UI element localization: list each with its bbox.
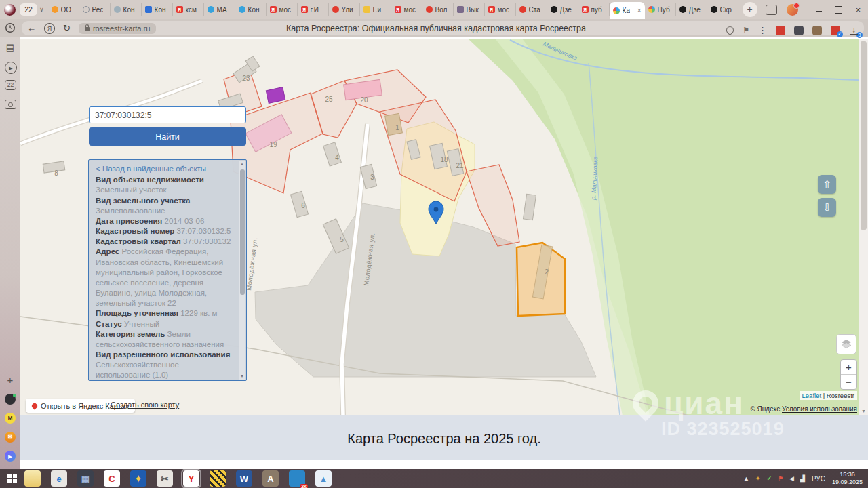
map-building: [385, 113, 403, 135]
browser-tab[interactable]: Кон: [235, 3, 267, 16]
browser-tab[interactable]: МА: [204, 3, 235, 16]
yandex-home-icon[interactable]: Я: [44, 23, 55, 34]
browser-tab[interactable]: Дзе: [547, 3, 578, 16]
browser-tab[interactable]: Ули: [329, 3, 360, 16]
browser-logo-icon[interactable]: [4, 4, 16, 16]
tray-color-icon[interactable]: ✦: [755, 476, 761, 482]
bookmark-flag-icon[interactable]: ⚑: [743, 26, 749, 35]
back-icon[interactable]: ←: [27, 24, 36, 33]
browser-tab[interactable]: Ямос: [391, 3, 422, 16]
tray-network-icon[interactable]: ▟: [800, 476, 805, 482]
photos-app[interactable]: ▲: [315, 470, 332, 487]
refresh-icon[interactable]: ↻: [63, 24, 71, 33]
snipping-tool[interactable]: ✂: [157, 470, 173, 487]
maximize-button[interactable]: [829, 0, 848, 19]
taskbar-clock[interactable]: 15:36 19.09.2025: [832, 471, 863, 487]
alice-app-icon[interactable]: ▶: [5, 451, 16, 462]
pan-down-button[interactable]: ⇩: [818, 198, 836, 217]
info-field: Кадастровый номер 37:07:030132:5: [96, 226, 235, 237]
feed-icon[interactable]: ▤: [0, 43, 20, 52]
consultant-app[interactable]: C: [104, 470, 120, 487]
pan-up-button[interactable]: ⇧: [818, 175, 836, 194]
scroll-down-icon[interactable]: ▼: [239, 374, 245, 378]
page-scrollbar[interactable]: ▼: [859, 39, 868, 415]
browser-tab[interactable]: Скр: [707, 3, 738, 16]
browser-tab[interactable]: Яксм: [173, 3, 204, 16]
browser-tab[interactable]: Ямос: [485, 3, 516, 16]
browser-tab[interactable]: Рес: [79, 3, 111, 16]
browser-tab[interactable]: Пуб: [645, 3, 676, 16]
back-to-results-link[interactable]: < Назад в найденные объекты: [96, 164, 235, 174]
bee-app[interactable]: [210, 470, 226, 487]
new-tab-button[interactable]: +: [743, 2, 757, 17]
internet-explorer[interactable]: e: [51, 470, 67, 487]
tutor-app[interactable]: А: [262, 470, 279, 487]
panel-scrollbar[interactable]: ▲ ▼: [239, 161, 245, 380]
browser-tab[interactable]: Кон: [142, 3, 173, 16]
cadastral-search-input[interactable]: [89, 106, 246, 123]
scrollbar-thumb[interactable]: [240, 169, 245, 295]
gosuslugi-app[interactable]: ✦: [130, 470, 146, 487]
geo-pin-icon[interactable]: [725, 25, 736, 36]
browser-tab[interactable]: Вык: [454, 3, 485, 16]
create-own-map-link[interactable]: Создать свою карту: [111, 401, 179, 409]
browser-tab[interactable]: Кон: [111, 3, 142, 16]
extensions-menu-icon[interactable]: ⋮: [758, 26, 767, 35]
yandex-browser[interactable]: Y: [183, 470, 199, 487]
terms-of-use-link[interactable]: Условия использования: [782, 405, 857, 413]
browser-tab[interactable]: Г.и: [360, 3, 391, 16]
history-clock-icon[interactable]: [5, 22, 16, 33]
vk-2k-app[interactable]: 2k: [289, 470, 305, 487]
ext-red-check-icon[interactable]: ✓: [831, 26, 840, 35]
address-bar: ← Я ↻ rosreestr-karta.ru Карта Росреестр…: [0, 19, 868, 37]
start-button[interactable]: [0, 469, 24, 488]
side-panel-icon[interactable]: [766, 5, 777, 15]
chevron-down-icon[interactable]: ∨: [39, 6, 44, 13]
tray-flag-icon[interactable]: ⚑: [778, 476, 783, 482]
tray-shield-icon[interactable]: ✔: [766, 476, 772, 482]
omnibox[interactable]: ← Я ↻ rosreestr-karta.ru Карта Росреестр…: [22, 21, 864, 35]
screenshot-icon[interactable]: [5, 100, 16, 109]
ext-wallet-icon[interactable]: [812, 26, 822, 35]
add-panel-icon[interactable]: +: [0, 375, 20, 385]
find-button[interactable]: Найти: [89, 127, 246, 146]
browser-tab[interactable]: Ямос: [267, 3, 298, 16]
map-canvas[interactable]: 2325201194318216582Молодёжная ул.Молодёж…: [20, 39, 868, 415]
laptop-app[interactable]: ▦: [77, 470, 94, 487]
tab-title: ксм: [186, 6, 197, 14]
tabs-panel-icon[interactable]: 22: [5, 80, 16, 90]
zoom-in-button[interactable]: +: [841, 360, 856, 375]
tab-count-badge[interactable]: 22: [20, 3, 37, 16]
file-explorer[interactable]: [24, 470, 41, 487]
page-scrollbar-thumb[interactable]: [861, 41, 867, 230]
page-scroll-down-icon[interactable]: ▼: [859, 409, 868, 413]
leaflet-link[interactable]: Leaflet: [802, 392, 822, 399]
browser-tab[interactable]: Япуб: [578, 3, 610, 16]
info-fields: Вид объекта недвижимости Земельный участ…: [96, 175, 235, 381]
url-chip[interactable]: rosreestr-karta.ru: [79, 23, 156, 34]
tray-speaker-icon[interactable]: ◀: [789, 476, 794, 482]
close-button[interactable]: ×: [848, 0, 868, 19]
browser-tab[interactable]: Дзе: [676, 3, 707, 16]
browser-tab[interactable]: ОО: [48, 3, 79, 16]
mail-app-icon[interactable]: ✉: [5, 432, 16, 443]
browser-tab[interactable]: Яг.И: [298, 3, 329, 16]
video-play-icon[interactable]: ▶: [5, 62, 17, 74]
minimize-button[interactable]: [809, 0, 829, 19]
zoom-out-button[interactable]: −: [841, 375, 856, 389]
ext-dark-icon[interactable]: [794, 26, 804, 35]
layers-button[interactable]: [836, 334, 856, 354]
browser-tab[interactable]: Вол: [422, 3, 454, 16]
messenger-app-icon[interactable]: [5, 394, 16, 405]
tray-expand-icon[interactable]: ▲: [743, 476, 749, 482]
language-indicator[interactable]: РУС: [812, 475, 825, 483]
browser-tab[interactable]: Ста: [516, 3, 547, 16]
download-icon[interactable]: ↓ 3: [849, 26, 859, 35]
tab-close-icon[interactable]: ×: [637, 7, 642, 14]
scroll-up-icon[interactable]: ▲: [239, 162, 245, 166]
browser-tab[interactable]: Ка×: [610, 2, 645, 19]
profile-avatar[interactable]: [787, 4, 798, 16]
metrica-app-icon[interactable]: M: [5, 413, 16, 424]
word[interactable]: W: [236, 470, 252, 487]
ext-red-icon[interactable]: [776, 26, 785, 35]
